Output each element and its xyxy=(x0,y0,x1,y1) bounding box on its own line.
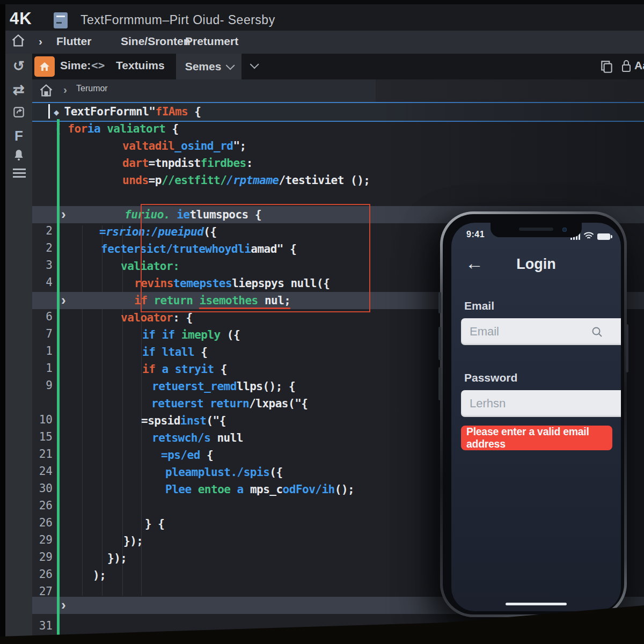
list-icon[interactable] xyxy=(13,169,26,170)
sync-icon[interactable]: ⇄ xyxy=(5,82,32,98)
front-camera xyxy=(562,228,567,232)
battery-icon xyxy=(597,233,610,240)
indent-guide xyxy=(141,225,142,596)
line-number[interactable]: 1 xyxy=(32,205,53,222)
window-title: TextFormmum–Pirt Oiud- Seersby xyxy=(80,13,275,27)
monitor-bezel-left xyxy=(0,0,5,644)
phone-power-button xyxy=(626,324,628,372)
line-number[interactable]: 21 xyxy=(32,445,53,463)
line-number[interactable]: 30 xyxy=(32,480,53,497)
line-number[interactable]: 5 xyxy=(32,291,53,308)
phone-mute-switch xyxy=(438,292,441,313)
line-number[interactable]: 15 xyxy=(32,428,53,445)
breadcrumb-item-flutter[interactable]: Flutter xyxy=(56,35,91,48)
tab-semes[interactable]: Semes xyxy=(176,54,241,79)
line-number[interactable]: 24 xyxy=(32,463,53,480)
breadcrumb-bar: › Flutter Sine/Sronten Pretumert xyxy=(0,31,644,54)
phone-bezel: 9:41 ← Login Email xyxy=(443,214,624,614)
path-bar-fade xyxy=(376,79,644,102)
home-indicator[interactable] xyxy=(506,603,567,605)
undo-icon[interactable]: ↺ xyxy=(5,58,32,75)
login-title: Login xyxy=(451,256,621,273)
indent-guide xyxy=(122,225,123,596)
phone-volume-down-button xyxy=(438,367,441,400)
phone-speaker xyxy=(519,228,553,231)
indent-guide xyxy=(102,225,103,596)
line-number[interactable]: 4 xyxy=(32,274,53,291)
line-number[interactable]: 26 xyxy=(32,497,53,514)
context-label: Sime: xyxy=(60,59,91,72)
monitor-bezel-top xyxy=(0,0,644,4)
breadcrumb-item-sine[interactable]: Sine/Sronten xyxy=(121,35,191,48)
line-number[interactable]: 1 xyxy=(32,342,53,360)
wifi-icon xyxy=(583,231,594,241)
line-number[interactable]: 3 xyxy=(32,257,53,274)
git-gutter-indicator xyxy=(57,119,60,639)
code-brackets-icon: <> xyxy=(91,59,105,72)
path-bar: › Terumor xyxy=(32,79,376,102)
font-size-button[interactable]: Aa xyxy=(634,59,644,72)
screenshot-root: 4K TextFormmum–Pirt Oiud- Seersby › Flut… xyxy=(0,0,644,644)
tab-semes-label: Semes xyxy=(185,60,222,73)
document-icon xyxy=(54,12,68,28)
line-number[interactable]: 1 xyxy=(32,360,53,377)
password-input[interactable] xyxy=(461,390,621,417)
lock-icon[interactable] xyxy=(620,58,632,76)
line-number[interactable]: 9 xyxy=(32,377,53,394)
line-number[interactable]: 2 xyxy=(32,222,53,239)
project-home-button[interactable] xyxy=(34,56,55,77)
email-label: Email xyxy=(464,299,494,312)
breadcrumb-item-pretumert[interactable]: Pretumert xyxy=(185,35,238,48)
line-number[interactable]: 29 xyxy=(32,548,53,566)
home-icon[interactable] xyxy=(39,83,54,100)
search-icon xyxy=(591,326,604,341)
line-number[interactable]: 27 xyxy=(32,583,53,600)
status-bar-time: 9:41 xyxy=(466,230,485,239)
chevron-down-icon[interactable] xyxy=(250,60,259,69)
activity-bar: ↺ ⇄ F xyxy=(5,54,32,636)
tab-bar: Sime: <> Textuims Semes Aa xyxy=(0,54,644,79)
line-number[interactable]: 31 xyxy=(32,617,53,634)
file-label[interactable]: Textuims xyxy=(116,59,165,72)
window-title-bar: 4K TextFormmum–Pirt Oiud- Seersby xyxy=(0,4,644,31)
phone-notch xyxy=(491,223,582,237)
line-number[interactable]: 38 xyxy=(32,600,53,617)
chevron-right-icon: › xyxy=(39,35,42,48)
chevron-right-icon: › xyxy=(63,83,67,96)
notifications-bell-icon[interactable] xyxy=(5,148,32,162)
line-number[interactable]: 6 xyxy=(32,308,53,325)
phone-mockup: 9:41 ← Login Email xyxy=(440,211,627,617)
gutter: 1223456711910152124302626292926273831323… xyxy=(32,102,57,636)
home-icon[interactable] xyxy=(11,33,26,51)
copy-icon[interactable] xyxy=(600,59,614,76)
flutter-f-icon[interactable]: F xyxy=(5,128,32,144)
panel-icon[interactable] xyxy=(5,105,32,119)
error-banner: Please enter a valid email address xyxy=(461,426,612,450)
line-number[interactable]: 29 xyxy=(32,531,53,548)
line-number[interactable]: 7 xyxy=(32,325,53,342)
brand-logo: 4K xyxy=(10,9,32,28)
password-label: Password xyxy=(464,371,517,384)
line-number[interactable]: 10 xyxy=(32,411,53,428)
phone-screen: 9:41 ← Login Email xyxy=(451,223,621,611)
line-number[interactable]: 2 xyxy=(32,239,53,257)
chevron-down-icon xyxy=(226,61,235,70)
line-number[interactable]: 26 xyxy=(32,566,53,583)
path-item-terumor[interactable]: Terumor xyxy=(76,84,108,93)
phone-volume-up-button xyxy=(438,327,441,360)
indent-guide xyxy=(82,225,83,596)
line-number[interactable]: 26 xyxy=(32,514,53,531)
